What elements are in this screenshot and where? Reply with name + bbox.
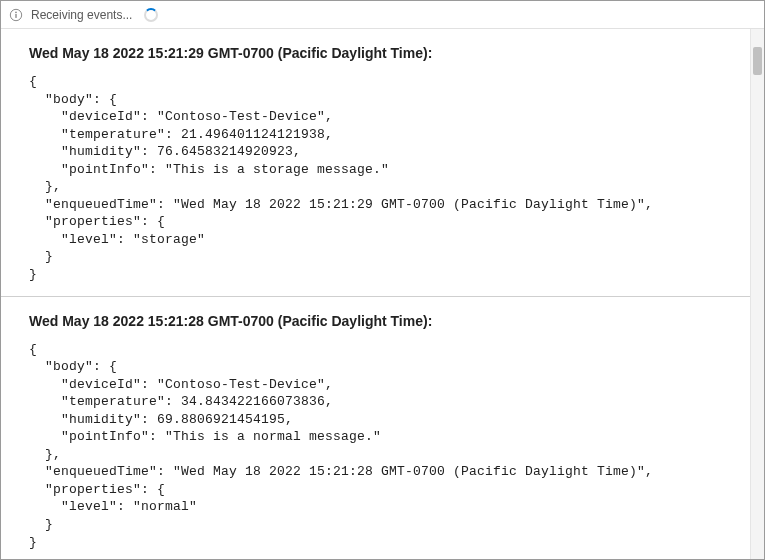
events-content: Wed May 18 2022 15:21:29 GMT-0700 (Pacif… [1,29,750,559]
event-entry: Wed May 18 2022 15:21:29 GMT-0700 (Pacif… [1,29,750,296]
event-timestamp: Wed May 18 2022 15:21:29 GMT-0700 (Pacif… [29,45,726,61]
info-icon [9,8,23,22]
svg-rect-2 [15,13,16,17]
events-scroll-area: Wed May 18 2022 15:21:29 GMT-0700 (Pacif… [1,29,764,559]
event-timestamp: Wed May 18 2022 15:21:28 GMT-0700 (Pacif… [29,313,726,329]
loading-spinner-icon [144,8,158,22]
vertical-scrollbar[interactable] [750,29,764,559]
scrollbar-thumb[interactable] [753,47,762,75]
event-monitor-window: Receiving events... Wed May 18 2022 15:2… [0,0,765,560]
status-text: Receiving events... [31,8,132,22]
event-json: { "body": { "deviceId": "Contoso-Test-De… [29,73,726,284]
event-json: { "body": { "deviceId": "Contoso-Test-De… [29,341,726,552]
event-entry: Wed May 18 2022 15:21:28 GMT-0700 (Pacif… [1,296,750,559]
status-bar: Receiving events... [1,1,764,29]
svg-point-1 [15,11,17,13]
